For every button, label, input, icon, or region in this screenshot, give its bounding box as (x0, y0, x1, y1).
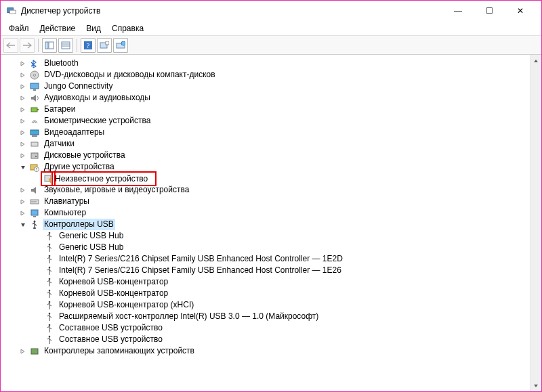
collapse-icon[interactable] (18, 162, 28, 172)
usb-device-icon (44, 231, 55, 242)
tree-label: Intel(R) 7 Series/C216 Chipset Family US… (58, 265, 343, 276)
usb-device-icon (44, 288, 55, 299)
svg-point-46 (49, 335, 51, 337)
close-button[interactable]: ✕ (505, 1, 536, 21)
forward-button[interactable] (20, 38, 35, 53)
collapse-icon[interactable] (18, 220, 28, 230)
tree-label: Неизвестное устройство (54, 173, 154, 184)
show-hide-tree-button[interactable] (42, 38, 57, 53)
tree-label: Generic USB Hub (58, 242, 125, 253)
properties-button[interactable] (58, 38, 73, 53)
vertical-scrollbar[interactable] (530, 55, 541, 391)
svg-text:?: ? (87, 42, 90, 49)
tree-node-unknown-device[interactable]: ! Неизвестное устройство (3, 173, 530, 184)
tree-node-usb-item[interactable]: Корневой USB-концентратор (xHCI) (3, 299, 530, 311)
tree-label: Клавиатуры (43, 196, 91, 207)
tree-label: Составное USB устройство (58, 334, 164, 345)
scan-hardware-button[interactable] (97, 38, 112, 53)
tree-node-disk[interactable]: Дисковые устройства (3, 150, 530, 161)
svg-point-36 (34, 220, 36, 222)
tree-label: Generic USB Hub (58, 230, 125, 242)
svg-rect-35 (33, 216, 36, 217)
expand-icon[interactable] (18, 186, 28, 195)
menu-view[interactable]: Вид (81, 22, 106, 35)
tree-node-usb-controllers[interactable]: Контроллеры USB (3, 219, 530, 230)
tree-label: Jungo Connectivity (43, 81, 114, 92)
tree-node-usb-item[interactable]: Корневой USB-концентратор (3, 288, 530, 299)
expand-icon[interactable] (18, 70, 28, 80)
tree-label: Видеоадаптеры (43, 127, 106, 138)
fingerprint-icon (29, 116, 40, 127)
tree-node-sound[interactable]: Звуковые, игровые и видеоустройства (3, 184, 530, 196)
tree-node-biometric[interactable]: Биометрические устройства (3, 115, 530, 127)
svg-rect-21 (31, 142, 38, 146)
svg-rect-1 (9, 10, 16, 14)
device-manager-window: Диспетчер устройств — ☐ ✕ Файл Действие … (0, 0, 542, 392)
warning-device-icon: ! (43, 173, 54, 184)
usb-device-icon (44, 334, 55, 345)
tree-node-audio[interactable]: Аудиовходы и аудиовыходы (3, 92, 530, 104)
menu-file[interactable]: Файл (3, 22, 35, 35)
tree-node-jungo[interactable]: Jungo Connectivity (3, 81, 530, 92)
scroll-up-icon[interactable] (530, 55, 541, 66)
expand-icon[interactable] (18, 82, 28, 91)
tree-node-usb-item[interactable]: Generic USB Hub (3, 230, 530, 242)
tree-node-usb-item[interactable]: Intel(R) 7 Series/C216 Chipset Family US… (3, 265, 530, 276)
svg-rect-3 (49, 42, 54, 49)
tree-node-other[interactable]: ? Другие устройства (3, 161, 530, 173)
tree-node-dvd[interactable]: DVD-дисководы и дисководы компакт-дисков (3, 69, 530, 81)
titlebar[interactable]: Диспетчер устройств — ☐ ✕ (1, 1, 541, 21)
tree-label: Контроллеры запоминающих устройств (43, 345, 196, 357)
back-button[interactable] (3, 38, 18, 53)
svg-point-23 (35, 156, 37, 157)
tree-node-usb-item[interactable]: Generic USB Hub (3, 242, 530, 253)
expand-icon[interactable] (18, 116, 28, 126)
svg-text:!: ! (50, 179, 51, 183)
menu-action[interactable]: Действие (35, 22, 81, 35)
tree-node-usb-item[interactable]: Составное USB устройство (3, 322, 530, 334)
svg-rect-34 (31, 210, 38, 215)
svg-rect-18 (37, 109, 39, 110)
tree-node-usb-item[interactable]: Расширяемый хост-контроллер Intel(R) USB… (3, 311, 530, 322)
maximize-button[interactable]: ☐ (474, 1, 505, 21)
svg-rect-10 (106, 41, 109, 45)
tree-node-bluetooth[interactable]: Bluetooth (3, 58, 530, 69)
svg-point-45 (49, 324, 51, 326)
expand-icon[interactable] (18, 105, 28, 114)
expand-icon[interactable] (18, 128, 28, 137)
tree-node-usb-item[interactable]: Intel(R) 7 Series/C216 Chipset Family US… (3, 253, 530, 265)
expand-icon[interactable] (18, 59, 28, 68)
expand-icon[interactable] (18, 197, 28, 206)
disc-icon (29, 70, 40, 81)
tree-node-keyboard[interactable]: Клавиатуры (3, 196, 530, 207)
disk-icon (29, 150, 40, 161)
help-button[interactable]: ? (81, 38, 96, 53)
tree-node-storage[interactable]: Контроллеры запоминающих устройств (3, 345, 530, 357)
tree-node-battery[interactable]: Батареи (3, 104, 530, 115)
usb-device-icon (44, 311, 55, 322)
tree-node-computer[interactable]: Компьютер (3, 207, 530, 219)
minimize-button[interactable]: — (442, 1, 474, 21)
tree-node-video[interactable]: Видеоадаптеры (3, 127, 530, 138)
scroll-track[interactable] (530, 66, 541, 380)
display-adapter-icon (29, 127, 40, 138)
expand-icon[interactable] (18, 139, 28, 149)
expand-icon[interactable] (18, 209, 28, 218)
tree-label: Дисковые устройства (43, 150, 127, 161)
expand-icon[interactable] (18, 93, 28, 103)
expand-icon[interactable] (18, 151, 28, 160)
expand-icon[interactable] (18, 347, 28, 356)
update-driver-button[interactable] (113, 38, 128, 53)
tree-label: Аудиовходы и аудиовыходы (43, 92, 152, 104)
monitor-icon (29, 81, 40, 92)
usb-device-icon (44, 254, 55, 265)
tree-node-usb-item[interactable]: Корневой USB-концентратор (3, 276, 530, 288)
svg-point-40 (49, 266, 51, 268)
device-tree[interactable]: Bluetooth DVD-дисководы и дисководы комп… (1, 55, 530, 391)
svg-rect-15 (30, 83, 39, 89)
tree-node-sensors[interactable]: Датчики (3, 138, 530, 150)
tree-node-usb-item[interactable]: Составное USB устройство (3, 334, 530, 345)
scroll-down-icon[interactable] (530, 380, 541, 391)
tree-label: Корневой USB-концентратор (xHCI) (58, 299, 195, 311)
menu-help[interactable]: Справка (106, 22, 149, 35)
